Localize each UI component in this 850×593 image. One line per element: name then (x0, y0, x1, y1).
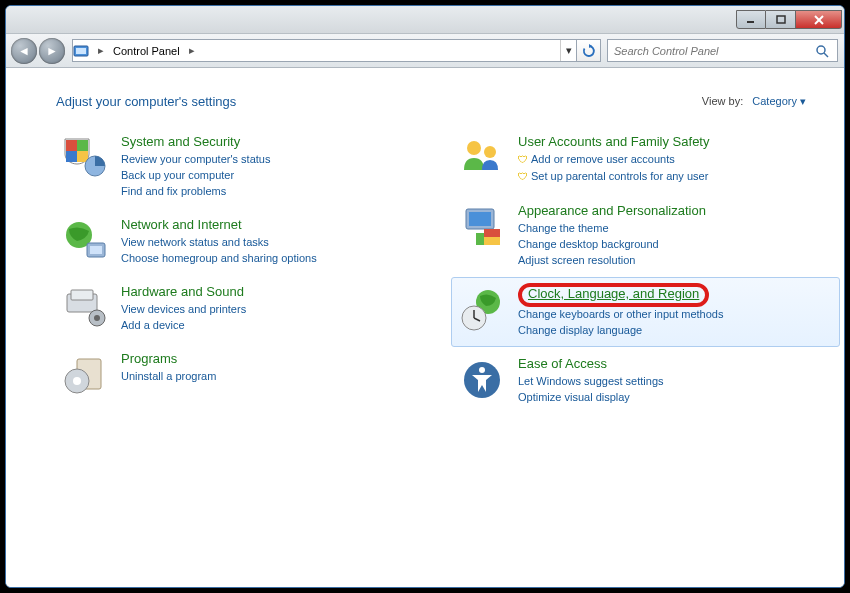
parental-controls-link[interactable]: Set up parental controls for any user (518, 168, 709, 185)
page-title: Adjust your computer's settings (56, 94, 702, 109)
clock-language-icon (458, 286, 506, 334)
programs-icon (61, 351, 109, 399)
category-system-security: System and Security Review your computer… (54, 125, 443, 208)
homegroup-link[interactable]: Choose homegroup and sharing options (121, 250, 317, 266)
devices-printers-link[interactable]: View devices and printers (121, 301, 246, 317)
desktop-bg-link[interactable]: Change desktop background (518, 236, 706, 252)
network-internet-link[interactable]: Network and Internet (121, 217, 317, 232)
category-hardware-sound: Hardware and Sound View devices and prin… (54, 275, 443, 342)
svg-rect-10 (66, 151, 77, 162)
breadcrumb-location[interactable]: Control Panel (107, 45, 186, 57)
programs-link[interactable]: Programs (121, 351, 216, 366)
search-box[interactable] (607, 39, 838, 62)
network-status-link[interactable]: View network status and tasks (121, 234, 317, 250)
svg-rect-15 (90, 246, 102, 254)
search-icon[interactable] (815, 44, 837, 58)
find-fix-link[interactable]: Find and fix problems (121, 183, 270, 199)
highlight-annotation: Clock, Language, and Region (518, 283, 709, 307)
svg-rect-17 (71, 290, 93, 300)
close-button[interactable] (796, 10, 842, 29)
svg-rect-9 (77, 140, 88, 151)
left-column: System and Security Review your computer… (54, 125, 443, 414)
uninstall-link[interactable]: Uninstall a program (121, 368, 216, 384)
svg-point-22 (73, 377, 81, 385)
display-language-link[interactable]: Change display language (518, 322, 723, 338)
svg-point-19 (94, 315, 100, 321)
svg-rect-5 (76, 48, 86, 54)
network-internet-icon (61, 217, 109, 265)
svg-point-24 (484, 146, 496, 158)
category-clock-language-region: Clock, Language, and Region Change keybo… (451, 277, 840, 347)
back-button[interactable]: ◄ (11, 38, 37, 64)
keyboards-input-link[interactable]: Change keyboards or other input methods (518, 306, 723, 322)
suggest-settings-link[interactable]: Let Windows suggest settings (518, 373, 664, 389)
svg-rect-26 (469, 212, 491, 226)
appearance-icon (458, 203, 506, 251)
review-status-link[interactable]: Review your computer's status (121, 151, 270, 167)
view-by-dropdown[interactable]: Category ▾ (752, 95, 806, 107)
category-appearance: Appearance and Personalization Change th… (451, 194, 840, 277)
svg-point-23 (467, 141, 481, 155)
navigation-bar: ◄ ► ▸ Control Panel ▸ ▾ (6, 34, 844, 68)
right-column: User Accounts and Family Safety Add or r… (451, 125, 840, 414)
title-bar (6, 6, 844, 34)
maximize-button[interactable] (766, 10, 796, 29)
svg-point-32 (479, 367, 485, 373)
svg-point-6 (817, 46, 825, 54)
system-security-icon (61, 134, 109, 182)
minimize-button[interactable] (736, 10, 766, 29)
search-input[interactable] (608, 45, 815, 57)
svg-rect-1 (777, 16, 785, 23)
control-panel-window: ◄ ► ▸ Control Panel ▸ ▾ Adjust your comp… (5, 5, 845, 588)
system-security-link[interactable]: System and Security (121, 134, 270, 149)
chevron-right-icon[interactable]: ▸ (95, 44, 107, 57)
category-user-accounts: User Accounts and Family Safety Add or r… (451, 125, 840, 194)
svg-rect-8 (66, 140, 77, 151)
forward-button[interactable]: ► (39, 38, 65, 64)
category-programs: Programs Uninstall a program (54, 342, 443, 408)
category-ease-of-access: Ease of Access Let Windows suggest setti… (451, 347, 840, 414)
refresh-button[interactable] (577, 39, 601, 62)
category-network-internet: Network and Internet View network status… (54, 208, 443, 275)
ease-of-access-link[interactable]: Ease of Access (518, 356, 664, 371)
add-device-link[interactable]: Add a device (121, 317, 246, 333)
hardware-sound-icon (61, 284, 109, 332)
backup-link[interactable]: Back up your computer (121, 167, 270, 183)
user-accounts-icon (458, 134, 506, 182)
svg-line-7 (824, 53, 828, 57)
screen-res-link[interactable]: Adjust screen resolution (518, 252, 706, 268)
hardware-sound-link[interactable]: Hardware and Sound (121, 284, 246, 299)
add-remove-users-link[interactable]: Add or remove user accounts (518, 151, 709, 168)
ease-of-access-icon (458, 356, 506, 404)
user-accounts-link[interactable]: User Accounts and Family Safety (518, 134, 709, 149)
content-area: Adjust your computer's settings View by:… (6, 68, 844, 587)
chevron-right-icon[interactable]: ▸ (186, 44, 198, 57)
clock-language-region-link[interactable]: Clock, Language, and Region (528, 286, 699, 301)
address-bar[interactable]: ▸ Control Panel ▸ ▾ (72, 39, 577, 62)
optimize-display-link[interactable]: Optimize visual display (518, 389, 664, 405)
change-theme-link[interactable]: Change the theme (518, 220, 706, 236)
appearance-link[interactable]: Appearance and Personalization (518, 203, 706, 218)
address-dropdown-icon[interactable]: ▾ (560, 40, 576, 61)
control-panel-icon (73, 43, 95, 59)
view-by-label: View by: Category ▾ (702, 95, 806, 108)
